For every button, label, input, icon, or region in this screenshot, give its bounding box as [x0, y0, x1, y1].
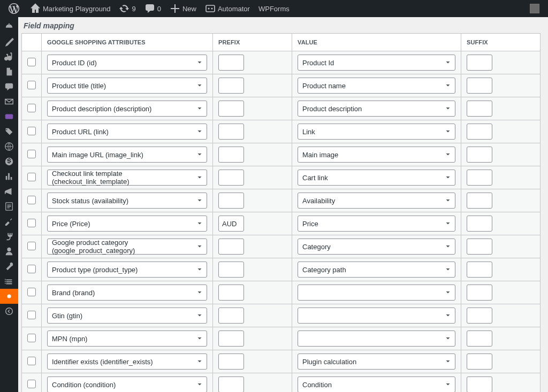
- row-checkbox[interactable]: [27, 127, 36, 135]
- attribute-select[interactable]: Brand (brand): [47, 285, 207, 301]
- menu-analytics[interactable]: [0, 169, 18, 184]
- attribute-select[interactable]: MPN (mpn): [47, 330, 207, 347]
- menu-forms[interactable]: [0, 199, 18, 214]
- prefix-input[interactable]: [218, 55, 244, 71]
- suffix-input[interactable]: [467, 308, 492, 324]
- automator-menu[interactable]: Automator: [201, 0, 254, 17]
- row-checkbox[interactable]: [27, 219, 36, 227]
- menu-products[interactable]: [0, 124, 18, 139]
- suffix-input[interactable]: [467, 170, 492, 186]
- menu-collapse[interactable]: [0, 304, 18, 319]
- row-checkbox[interactable]: [27, 334, 36, 342]
- wp-logo-menu[interactable]: [4, 0, 26, 17]
- attribute-select[interactable]: Product title (title): [47, 78, 207, 94]
- menu-posts[interactable]: [0, 34, 18, 49]
- row-checkbox[interactable]: [27, 104, 36, 112]
- row-checkbox[interactable]: [27, 81, 36, 89]
- value-select[interactable]: Cart link: [298, 170, 455, 186]
- prefix-input[interactable]: [218, 78, 244, 94]
- menu-appearance[interactable]: [0, 214, 18, 229]
- attribute-select[interactable]: Product ID (id): [47, 55, 207, 71]
- attribute-select[interactable]: Condition (condition): [47, 376, 207, 392]
- suffix-input[interactable]: [467, 216, 492, 232]
- suffix-input[interactable]: [467, 376, 492, 392]
- attribute-select[interactable]: Price (Price): [47, 216, 207, 232]
- prefix-input[interactable]: [218, 308, 244, 324]
- attribute-select[interactable]: Gtin (gtin): [47, 308, 207, 324]
- menu-pages[interactable]: [0, 64, 18, 79]
- suffix-input[interactable]: [467, 193, 492, 209]
- value-select[interactable]: [298, 308, 455, 324]
- value-select[interactable]: [298, 330, 455, 347]
- suffix-input[interactable]: [467, 239, 492, 255]
- value-select[interactable]: Price: [298, 216, 455, 232]
- row-checkbox[interactable]: [27, 288, 36, 296]
- new-menu[interactable]: New: [165, 0, 201, 17]
- value-select[interactable]: Product Id: [298, 55, 455, 71]
- prefix-input[interactable]: [218, 193, 244, 209]
- updates-menu[interactable]: 9: [115, 0, 140, 17]
- prefix-input[interactable]: [218, 124, 244, 140]
- menu-mail[interactable]: [0, 94, 18, 109]
- suffix-input[interactable]: [467, 147, 492, 163]
- value-select[interactable]: [298, 285, 455, 301]
- prefix-input[interactable]: AUD: [218, 216, 244, 232]
- menu-users[interactable]: [0, 244, 18, 259]
- attribute-select[interactable]: Product URL (link): [47, 124, 207, 140]
- attribute-select[interactable]: Google product category (google_product_…: [47, 239, 207, 255]
- suffix-input[interactable]: [467, 101, 492, 117]
- row-checkbox[interactable]: [27, 380, 36, 388]
- suffix-input[interactable]: [467, 353, 492, 370]
- suffix-input[interactable]: [467, 55, 492, 71]
- value-select[interactable]: Availability: [298, 193, 455, 209]
- suffix-input[interactable]: [467, 330, 492, 347]
- row-checkbox[interactable]: [27, 173, 36, 181]
- prefix-input[interactable]: [218, 353, 244, 370]
- menu-tools[interactable]: [0, 259, 18, 274]
- row-checkbox[interactable]: [27, 311, 36, 319]
- value-select[interactable]: Main image: [298, 147, 455, 163]
- row-checkbox[interactable]: [27, 58, 36, 66]
- suffix-input[interactable]: [467, 262, 492, 278]
- user-menu[interactable]: [522, 0, 544, 17]
- prefix-input[interactable]: [218, 147, 244, 163]
- value-select[interactable]: Product name: [298, 78, 455, 94]
- prefix-input[interactable]: [218, 170, 244, 186]
- menu-globe[interactable]: [0, 139, 18, 154]
- suffix-input[interactable]: [467, 124, 492, 140]
- menu-woocommerce[interactable]: [0, 109, 18, 124]
- menu-dashboard[interactable]: [0, 19, 18, 34]
- value-select[interactable]: Category: [298, 239, 455, 255]
- menu-plugins[interactable]: [0, 229, 18, 244]
- suffix-input[interactable]: [467, 285, 492, 301]
- menu-feed[interactable]: [0, 289, 18, 304]
- value-select[interactable]: Link: [298, 124, 455, 140]
- value-select[interactable]: Condition: [298, 376, 455, 392]
- value-select[interactable]: Category path: [298, 262, 455, 278]
- row-checkbox[interactable]: [27, 150, 36, 158]
- prefix-input[interactable]: [218, 376, 244, 392]
- row-checkbox[interactable]: [27, 196, 36, 204]
- prefix-input[interactable]: [218, 330, 244, 347]
- menu-payments[interactable]: [0, 154, 18, 169]
- prefix-input[interactable]: [218, 239, 244, 255]
- value-select[interactable]: Product description: [298, 101, 455, 117]
- row-checkbox[interactable]: [27, 265, 36, 273]
- menu-comments[interactable]: [0, 79, 18, 94]
- suffix-input[interactable]: [467, 78, 492, 94]
- wpforms-menu[interactable]: WPForms: [254, 0, 294, 17]
- prefix-input[interactable]: [218, 262, 244, 278]
- attribute-select[interactable]: Product type (product_type): [47, 262, 207, 278]
- attribute-select[interactable]: Product description (description): [47, 101, 207, 117]
- attribute-select[interactable]: Main image URL (image_link): [47, 147, 207, 163]
- prefix-input[interactable]: [218, 101, 244, 117]
- menu-marketing[interactable]: [0, 184, 18, 199]
- row-checkbox[interactable]: [27, 242, 36, 250]
- menu-settings[interactable]: [0, 274, 18, 289]
- menu-media[interactable]: [0, 49, 18, 64]
- attribute-select[interactable]: Checkout link template (checkout_link_te…: [47, 170, 207, 186]
- prefix-input[interactable]: [218, 285, 244, 301]
- value-select[interactable]: Plugin calculation: [298, 353, 455, 370]
- attribute-select[interactable]: Identifier exists (identifier_exists): [47, 353, 207, 370]
- site-menu[interactable]: Marketing Playground: [26, 0, 115, 17]
